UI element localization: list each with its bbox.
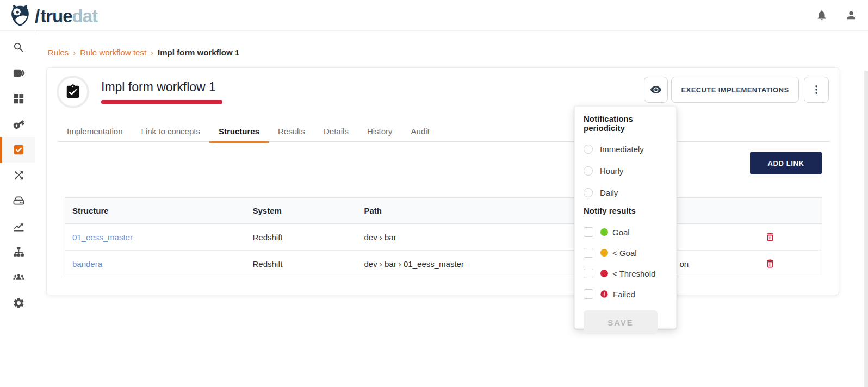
column-header-structure: Structure [65, 198, 246, 224]
checkbox-goal[interactable] [584, 227, 593, 237]
below-goal-status-dot [600, 249, 608, 257]
breadcrumb-rule-workflow-test[interactable]: Rule workflow test [80, 48, 146, 57]
breadcrumb-separator: › [151, 48, 153, 57]
checkbox-label: < Threshold [612, 269, 655, 278]
radio-daily[interactable] [584, 188, 593, 197]
owl-logo-icon [8, 3, 33, 29]
notify-option-goal[interactable]: Goal [584, 226, 667, 239]
sidebar-item-taxonomy[interactable] [0, 239, 35, 265]
preview-eye-button[interactable] [644, 77, 668, 103]
implementation-avatar [57, 76, 89, 108]
kebab-menu-icon [810, 84, 822, 96]
eye-icon [650, 84, 662, 96]
column-header-actions [719, 198, 822, 224]
sidebar-item-users[interactable] [0, 265, 35, 290]
checkbox-label: < Goal [612, 248, 637, 258]
user-icon[interactable] [845, 9, 857, 21]
path-cell: dev › bar › 01_eess_master [357, 251, 588, 277]
clipboard-check-icon [65, 84, 81, 100]
periodicity-option-hourly[interactable]: Hourly [584, 164, 667, 177]
vertical-scrollbar[interactable] [864, 71, 868, 387]
sidebar-item-lineage[interactable] [0, 163, 35, 188]
sidebar-item-systems[interactable] [0, 188, 35, 214]
sidebar-item-tags[interactable] [0, 60, 35, 86]
error-icon [600, 290, 609, 298]
radio-label: Hourly [600, 166, 623, 176]
notify-results-title: Notify results [584, 206, 667, 215]
kebab-menu-button[interactable] [804, 77, 829, 103]
tab-link-to-concepts[interactable]: Link to concepts [132, 121, 209, 143]
breadcrumb-separator: › [73, 48, 76, 57]
checkbox-below-threshold[interactable] [584, 269, 593, 278]
periodicity-option-daily[interactable]: Daily [584, 186, 667, 199]
sidebar-item-search[interactable] [0, 35, 35, 60]
sidebar-nav [0, 31, 35, 387]
radio-label: Daily [600, 188, 618, 197]
tab-implementation[interactable]: Implementation [58, 121, 132, 143]
settings-icon [13, 297, 25, 309]
structure-link[interactable]: bandera [72, 259, 102, 269]
tab-results[interactable]: Results [269, 121, 314, 143]
column-header-system: System [246, 198, 357, 224]
truedat-logo[interactable]: /truedat [8, 3, 97, 29]
sidebar-item-quality-insights[interactable] [0, 214, 35, 239]
notify-option-below-goal[interactable]: < Goal [584, 246, 667, 259]
bell-icon[interactable] [816, 9, 828, 21]
radio-label: Immediately [600, 145, 644, 154]
path-cell: dev › bar [357, 224, 588, 251]
structure-link[interactable]: 01_eess_master [72, 233, 133, 242]
sidebar-item-settings[interactable] [0, 290, 35, 316]
breadcrumb-rules[interactable]: Rules [48, 48, 69, 57]
add-link-button[interactable]: ADD LINK [750, 152, 822, 174]
breadcrumb: Rules › Rule workflow test › Impl form w… [48, 48, 239, 57]
sidebar-item-permissions[interactable] [0, 111, 35, 137]
radio-hourly[interactable] [584, 166, 593, 176]
column-header-path: Path [357, 198, 588, 224]
search-icon [13, 41, 25, 54]
shuffle-icon [13, 169, 25, 182]
periodicity-option-immediately[interactable]: Immediately [584, 142, 667, 155]
execute-implementations-button[interactable]: EXECUTE IMPLEMENTATIONS [671, 77, 799, 103]
tab-bar: Implementation Link to concepts Structur… [58, 121, 830, 142]
key-icon [13, 118, 25, 130]
page-title: Impl form workflow 1 [101, 80, 216, 95]
users-icon [13, 271, 25, 284]
notify-option-failed[interactable]: Failed [584, 288, 667, 301]
goal-status-dot [600, 228, 608, 236]
sidebar-item-dashboard[interactable] [0, 86, 35, 111]
checkbox-label: Goal [612, 228, 630, 237]
implementation-card: Impl form workflow 1 EXECUTE IMPLEMENTAT… [46, 67, 839, 295]
delete-trash-icon[interactable] [765, 258, 776, 269]
brand-wordmark: /truedat [35, 6, 97, 27]
delete-trash-icon[interactable] [765, 232, 776, 242]
system-cell: Redshift [246, 224, 357, 251]
tab-history[interactable]: History [358, 121, 402, 143]
tags-icon [13, 67, 25, 79]
table-row: 01_eess_master Redshift dev › bar [65, 224, 822, 251]
radio-immediately[interactable] [584, 145, 593, 154]
drive-icon [13, 195, 25, 207]
notifications-popup: Notifications periodicity Immediately Ho… [574, 106, 677, 329]
structures-table: Structure System Path 01_eess_master Red… [65, 197, 822, 277]
tab-structures[interactable]: Structures [209, 121, 269, 143]
sitemap-icon [13, 246, 25, 258]
breadcrumb-current: Impl form workflow 1 [158, 48, 239, 57]
grid-icon [13, 92, 25, 105]
chart-icon [13, 220, 25, 233]
notifications-periodicity-title: Notifications periodicity [584, 114, 667, 133]
system-cell: Redshift [246, 251, 357, 277]
sidebar-item-rules[interactable] [0, 137, 35, 163]
top-bar: /truedat [0, 0, 868, 31]
below-threshold-status-dot [600, 270, 608, 277]
save-button[interactable]: SAVE [584, 310, 658, 334]
table-row: bandera Redshift dev › bar › 01_eess_mas… [65, 251, 822, 277]
checkbox-failed[interactable] [584, 289, 593, 299]
tab-audit[interactable]: Audit [402, 121, 439, 143]
title-underline-bar [101, 100, 222, 104]
table-header-row: Structure System Path [65, 198, 822, 224]
tab-details[interactable]: Details [314, 121, 358, 143]
checkbox-label: Failed [613, 290, 635, 299]
rules-checkbox-icon [13, 143, 25, 156]
notify-option-below-threshold[interactable]: < Threshold [584, 267, 667, 280]
checkbox-below-goal[interactable] [584, 248, 593, 258]
